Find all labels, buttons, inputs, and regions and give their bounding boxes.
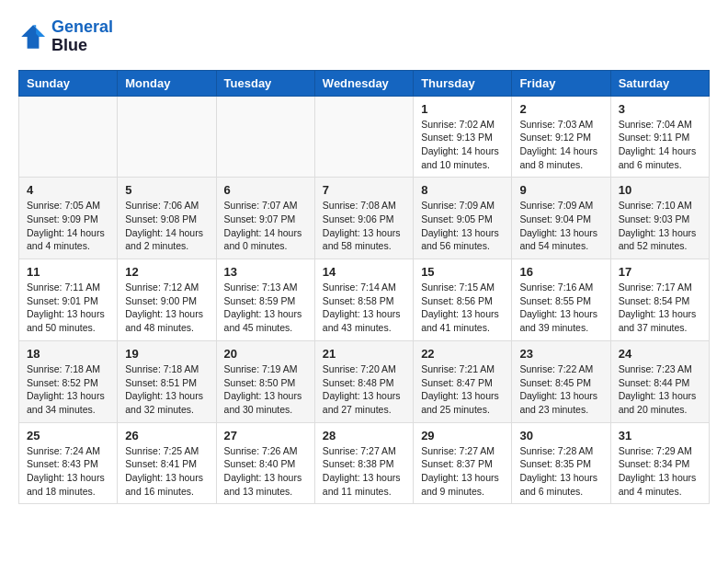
day-number: 20	[224, 347, 307, 361]
calendar-cell: 27Sunrise: 7:26 AM Sunset: 8:40 PM Dayli…	[216, 422, 314, 504]
page-header: General Blue	[18, 18, 710, 55]
day-info: Sunrise: 7:25 AM Sunset: 8:41 PM Dayligh…	[125, 444, 208, 499]
day-info: Sunrise: 7:02 AM Sunset: 9:13 PM Dayligh…	[421, 118, 504, 172]
weekday-header-monday: Monday	[118, 70, 216, 96]
day-info: Sunrise: 7:12 AM Sunset: 9:00 PM Dayligh…	[125, 281, 208, 335]
calendar-cell: 21Sunrise: 7:20 AM Sunset: 8:48 PM Dayli…	[314, 340, 413, 422]
calendar-cell: 25Sunrise: 7:24 AM Sunset: 8:43 PM Dayli…	[19, 422, 118, 504]
day-info: Sunrise: 7:27 AM Sunset: 8:37 PM Dayligh…	[421, 444, 504, 499]
day-info: Sunrise: 7:11 AM Sunset: 9:01 PM Dayligh…	[27, 281, 109, 335]
calendar-cell: 14Sunrise: 7:14 AM Sunset: 8:58 PM Dayli…	[314, 259, 413, 341]
day-number: 28	[323, 429, 405, 442]
calendar-week-5: 25Sunrise: 7:24 AM Sunset: 8:43 PM Dayli…	[19, 422, 710, 504]
day-info: Sunrise: 7:21 AM Sunset: 8:47 PM Dayligh…	[421, 362, 504, 417]
weekday-header-saturday: Saturday	[610, 70, 709, 96]
day-info: Sunrise: 7:18 AM Sunset: 8:52 PM Dayligh…	[27, 362, 109, 417]
day-number: 30	[519, 429, 602, 442]
day-info: Sunrise: 7:19 AM Sunset: 8:50 PM Dayligh…	[224, 362, 307, 417]
day-info: Sunrise: 7:24 AM Sunset: 8:43 PM Dayligh…	[27, 444, 109, 499]
calendar-cell: 16Sunrise: 7:16 AM Sunset: 8:55 PM Dayli…	[512, 259, 610, 341]
day-number: 10	[619, 183, 701, 197]
calendar-cell: 2Sunrise: 7:03 AM Sunset: 9:12 PM Daylig…	[512, 96, 610, 178]
calendar-cell: 9Sunrise: 7:09 AM Sunset: 9:04 PM Daylig…	[512, 178, 610, 259]
day-info: Sunrise: 7:08 AM Sunset: 9:06 PM Dayligh…	[323, 199, 405, 253]
day-info: Sunrise: 7:23 AM Sunset: 8:44 PM Dayligh…	[619, 362, 701, 417]
day-info: Sunrise: 7:28 AM Sunset: 8:35 PM Dayligh…	[519, 444, 602, 499]
day-number: 8	[421, 183, 504, 197]
logo: General Blue	[18, 18, 113, 55]
calendar-week-2: 4Sunrise: 7:05 AM Sunset: 9:09 PM Daylig…	[19, 178, 710, 259]
day-info: Sunrise: 7:16 AM Sunset: 8:55 PM Dayligh…	[519, 281, 602, 335]
calendar-cell: 3Sunrise: 7:04 AM Sunset: 9:11 PM Daylig…	[610, 96, 709, 178]
day-number: 19	[125, 347, 208, 361]
day-number: 31	[619, 429, 701, 442]
calendar-cell: 28Sunrise: 7:27 AM Sunset: 8:38 PM Dayli…	[314, 422, 413, 504]
weekday-header-tuesday: Tuesday	[216, 70, 314, 96]
day-number: 18	[27, 347, 109, 361]
day-number: 25	[27, 429, 109, 442]
day-info: Sunrise: 7:04 AM Sunset: 9:11 PM Dayligh…	[619, 118, 701, 172]
day-number: 16	[519, 265, 602, 279]
calendar-cell: 8Sunrise: 7:09 AM Sunset: 9:05 PM Daylig…	[414, 178, 512, 259]
day-number: 13	[224, 265, 307, 279]
day-info: Sunrise: 7:13 AM Sunset: 8:59 PM Dayligh…	[224, 281, 307, 335]
calendar-cell	[118, 96, 216, 178]
weekday-header-sunday: Sunday	[19, 70, 118, 96]
day-number: 14	[323, 265, 405, 279]
calendar-cell: 20Sunrise: 7:19 AM Sunset: 8:50 PM Dayli…	[216, 340, 314, 422]
calendar-cell: 31Sunrise: 7:29 AM Sunset: 8:34 PM Dayli…	[610, 422, 709, 504]
day-number: 23	[519, 347, 602, 361]
day-number: 29	[421, 429, 504, 442]
day-info: Sunrise: 7:09 AM Sunset: 9:05 PM Dayligh…	[421, 199, 504, 253]
calendar-cell: 19Sunrise: 7:18 AM Sunset: 8:51 PM Dayli…	[118, 340, 216, 422]
day-info: Sunrise: 7:17 AM Sunset: 8:54 PM Dayligh…	[619, 281, 701, 335]
calendar-week-4: 18Sunrise: 7:18 AM Sunset: 8:52 PM Dayli…	[19, 340, 710, 422]
day-number: 4	[27, 183, 109, 197]
calendar-cell: 12Sunrise: 7:12 AM Sunset: 9:00 PM Dayli…	[118, 259, 216, 341]
day-info: Sunrise: 7:26 AM Sunset: 8:40 PM Dayligh…	[224, 444, 307, 499]
day-number: 26	[125, 429, 208, 442]
calendar-week-1: 1Sunrise: 7:02 AM Sunset: 9:13 PM Daylig…	[19, 96, 710, 178]
day-number: 17	[619, 265, 701, 279]
calendar-table: SundayMondayTuesdayWednesdayThursdayFrid…	[18, 70, 710, 505]
logo-text: General Blue	[51, 18, 113, 55]
day-number: 6	[224, 183, 307, 197]
day-info: Sunrise: 7:29 AM Sunset: 8:34 PM Dayligh…	[619, 444, 701, 499]
calendar-cell	[19, 96, 118, 178]
day-info: Sunrise: 7:10 AM Sunset: 9:03 PM Dayligh…	[619, 199, 701, 253]
weekday-header-thursday: Thursday	[414, 70, 512, 96]
day-number: 2	[519, 102, 602, 116]
calendar-cell: 1Sunrise: 7:02 AM Sunset: 9:13 PM Daylig…	[414, 96, 512, 178]
day-info: Sunrise: 7:14 AM Sunset: 8:58 PM Dayligh…	[323, 281, 405, 335]
day-info: Sunrise: 7:18 AM Sunset: 8:51 PM Dayligh…	[125, 362, 208, 417]
day-number: 9	[519, 183, 602, 197]
day-info: Sunrise: 7:07 AM Sunset: 9:07 PM Dayligh…	[224, 199, 307, 253]
calendar-cell: 10Sunrise: 7:10 AM Sunset: 9:03 PM Dayli…	[610, 178, 709, 259]
day-number: 1	[421, 102, 504, 116]
calendar-cell: 15Sunrise: 7:15 AM Sunset: 8:56 PM Dayli…	[414, 259, 512, 341]
weekday-header-wednesday: Wednesday	[314, 70, 413, 96]
day-info: Sunrise: 7:03 AM Sunset: 9:12 PM Dayligh…	[519, 118, 602, 172]
calendar-cell	[216, 96, 314, 178]
calendar-cell: 26Sunrise: 7:25 AM Sunset: 8:41 PM Dayli…	[118, 422, 216, 504]
calendar-cell: 5Sunrise: 7:06 AM Sunset: 9:08 PM Daylig…	[118, 178, 216, 259]
calendar-cell: 22Sunrise: 7:21 AM Sunset: 8:47 PM Dayli…	[414, 340, 512, 422]
calendar-cell: 17Sunrise: 7:17 AM Sunset: 8:54 PM Dayli…	[610, 259, 709, 341]
calendar-cell: 24Sunrise: 7:23 AM Sunset: 8:44 PM Dayli…	[610, 340, 709, 422]
day-number: 3	[619, 102, 701, 116]
day-info: Sunrise: 7:20 AM Sunset: 8:48 PM Dayligh…	[323, 362, 405, 417]
calendar-header-row: SundayMondayTuesdayWednesdayThursdayFrid…	[19, 70, 710, 96]
calendar-cell: 11Sunrise: 7:11 AM Sunset: 9:01 PM Dayli…	[19, 259, 118, 341]
calendar-cell: 18Sunrise: 7:18 AM Sunset: 8:52 PM Dayli…	[19, 340, 118, 422]
calendar-cell: 23Sunrise: 7:22 AM Sunset: 8:45 PM Dayli…	[512, 340, 610, 422]
calendar-cell: 13Sunrise: 7:13 AM Sunset: 8:59 PM Dayli…	[216, 259, 314, 341]
day-number: 11	[27, 265, 109, 279]
day-info: Sunrise: 7:05 AM Sunset: 9:09 PM Dayligh…	[27, 199, 109, 253]
day-number: 27	[224, 429, 307, 442]
day-number: 7	[323, 183, 405, 197]
logo-icon	[18, 22, 48, 52]
calendar-cell	[314, 96, 413, 178]
calendar-cell: 4Sunrise: 7:05 AM Sunset: 9:09 PM Daylig…	[19, 178, 118, 259]
day-number: 21	[323, 347, 405, 361]
calendar-cell: 6Sunrise: 7:07 AM Sunset: 9:07 PM Daylig…	[216, 178, 314, 259]
